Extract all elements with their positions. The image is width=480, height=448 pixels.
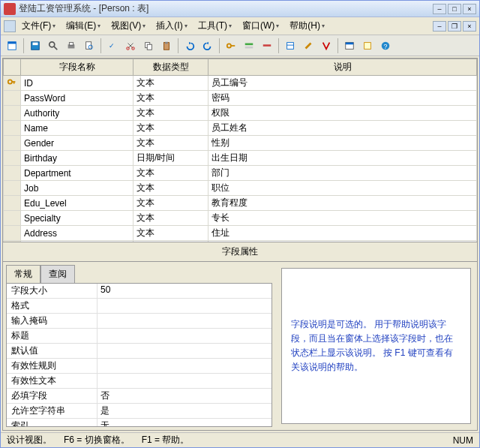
- cell-field-name[interactable]: PassWord: [21, 91, 134, 106]
- property-row[interactable]: 默认值: [7, 344, 272, 359]
- cell-description[interactable]: 职位: [208, 181, 477, 196]
- new-object-button[interactable]: [359, 38, 376, 54]
- close-button[interactable]: ×: [463, 4, 476, 14]
- row-selector[interactable]: [4, 136, 21, 151]
- cell-data-type[interactable]: 文本: [134, 106, 208, 121]
- row-selector[interactable]: [4, 121, 21, 136]
- row-selector[interactable]: [4, 226, 21, 241]
- row-selector[interactable]: [4, 181, 21, 196]
- tab-lookup[interactable]: 查阅: [40, 265, 75, 283]
- menu-view[interactable]: 视图(V)▾: [106, 18, 150, 34]
- cell-description[interactable]: 专长: [208, 211, 477, 226]
- save-button[interactable]: [27, 38, 44, 54]
- row-selector[interactable]: [4, 151, 21, 166]
- property-value[interactable]: 否: [97, 389, 272, 403]
- property-value[interactable]: [97, 329, 272, 343]
- search-button[interactable]: [45, 38, 62, 54]
- preview-button[interactable]: [81, 38, 98, 54]
- property-value[interactable]: 无: [97, 419, 272, 427]
- property-row[interactable]: 输入掩码: [7, 314, 272, 329]
- cell-description[interactable]: 住址: [208, 226, 477, 241]
- table-row[interactable]: Specialty文本专长: [4, 211, 477, 226]
- property-row[interactable]: 有效性文本: [7, 374, 272, 389]
- cell-description[interactable]: 部门: [208, 166, 477, 181]
- col-description[interactable]: 说明: [208, 59, 477, 76]
- menu-tools[interactable]: 工具(T)▾: [194, 18, 236, 34]
- properties-grid[interactable]: 字段大小50格式输入掩码标题默认值有效性规则有效性文本必填字段否允许空字符串是索…: [6, 283, 272, 427]
- cell-description[interactable]: 员工编号: [208, 76, 477, 91]
- cell-data-type[interactable]: 日期/时间: [134, 151, 208, 166]
- row-selector[interactable]: [4, 166, 21, 181]
- cell-field-name[interactable]: Address: [21, 226, 134, 241]
- properties-button[interactable]: [282, 38, 298, 54]
- table-row[interactable]: Name文本员工姓名: [4, 121, 477, 136]
- cell-description[interactable]: 出生日期: [208, 151, 477, 166]
- property-value[interactable]: [97, 299, 272, 313]
- minimize-button[interactable]: –: [433, 4, 446, 14]
- row-selector[interactable]: [4, 76, 21, 91]
- col-field-name[interactable]: 字段名称: [21, 59, 134, 76]
- property-row[interactable]: 必填字段否: [7, 389, 272, 404]
- index-button[interactable]: [318, 38, 334, 54]
- row-selector[interactable]: [4, 196, 21, 211]
- cell-data-type[interactable]: 文本: [134, 136, 208, 151]
- menu-edit[interactable]: 编辑(E)▾: [62, 18, 105, 34]
- menu-file[interactable]: 文件(F)▾: [17, 18, 60, 34]
- cell-data-type[interactable]: 文本: [134, 226, 208, 241]
- help-icon[interactable]: ?: [377, 38, 394, 54]
- cell-data-type[interactable]: 文本: [134, 181, 208, 196]
- print-button[interactable]: [63, 38, 80, 54]
- property-value[interactable]: 是: [97, 404, 272, 418]
- mdi-restore-button[interactable]: ❐: [448, 21, 461, 32]
- undo-button[interactable]: [182, 38, 198, 54]
- redo-button[interactable]: [200, 38, 216, 54]
- cell-description[interactable]: 员工姓名: [208, 121, 477, 136]
- row-selector[interactable]: [4, 91, 21, 106]
- field-grid-wrap[interactable]: 字段名称 数据类型 说明 ID文本员工编号PassWord文本密码Authori…: [3, 59, 477, 242]
- mdi-icon[interactable]: [4, 20, 16, 32]
- property-row[interactable]: 索引无: [7, 419, 272, 427]
- table-row[interactable]: Birthday日期/时间出生日期: [4, 151, 477, 166]
- cell-data-type[interactable]: 文本: [134, 76, 208, 91]
- table-row[interactable]: Address文本住址: [4, 226, 477, 241]
- cell-data-type[interactable]: 文本: [134, 121, 208, 136]
- property-value[interactable]: [97, 314, 272, 328]
- cell-field-name[interactable]: ID: [21, 76, 134, 91]
- cut-button[interactable]: [122, 38, 139, 54]
- cell-field-name[interactable]: Name: [21, 121, 134, 136]
- property-row[interactable]: 字段大小50: [7, 284, 272, 299]
- cell-data-type[interactable]: 文本: [134, 196, 208, 211]
- row-selector[interactable]: [4, 106, 21, 121]
- table-row[interactable]: Job文本职位: [4, 181, 477, 196]
- table-row[interactable]: Gender文本性别: [4, 136, 477, 151]
- menu-help[interactable]: 帮助(H)▾: [285, 18, 329, 34]
- table-row[interactable]: Edu_Level文本教育程度: [4, 196, 477, 211]
- mdi-minimize-button[interactable]: –: [433, 21, 446, 32]
- spell-button[interactable]: ✓: [104, 38, 121, 54]
- cell-data-type[interactable]: 文本: [134, 211, 208, 226]
- table-row[interactable]: Department文本部门: [4, 166, 477, 181]
- col-data-type[interactable]: 数据类型: [134, 59, 208, 76]
- property-value[interactable]: [97, 344, 272, 358]
- cell-description[interactable]: 性别: [208, 136, 477, 151]
- cell-description[interactable]: 权限: [208, 106, 477, 121]
- cell-field-name[interactable]: Job: [21, 181, 134, 196]
- table-row[interactable]: PassWord文本密码: [4, 91, 477, 106]
- mdi-close-button[interactable]: ×: [463, 21, 476, 32]
- delete-rows-button[interactable]: [259, 38, 275, 54]
- maximize-button[interactable]: □: [448, 4, 461, 14]
- key-icon[interactable]: [223, 38, 239, 54]
- cell-field-name[interactable]: Birthday: [21, 151, 134, 166]
- cell-field-name[interactable]: Department: [21, 166, 134, 181]
- cell-field-name[interactable]: Gender: [21, 136, 134, 151]
- cell-field-name[interactable]: Edu_Level: [21, 196, 134, 211]
- menu-window[interactable]: 窗口(W)▾: [238, 18, 284, 34]
- property-row[interactable]: 有效性规则: [7, 359, 272, 374]
- table-row[interactable]: ID文本员工编号: [4, 76, 477, 91]
- cell-description[interactable]: 教育程度: [208, 196, 477, 211]
- property-row[interactable]: 标题: [7, 329, 272, 344]
- insert-rows-button[interactable]: [241, 38, 257, 54]
- cell-data-type[interactable]: 文本: [134, 91, 208, 106]
- copy-button[interactable]: [140, 38, 157, 54]
- cell-field-name[interactable]: Specialty: [21, 211, 134, 226]
